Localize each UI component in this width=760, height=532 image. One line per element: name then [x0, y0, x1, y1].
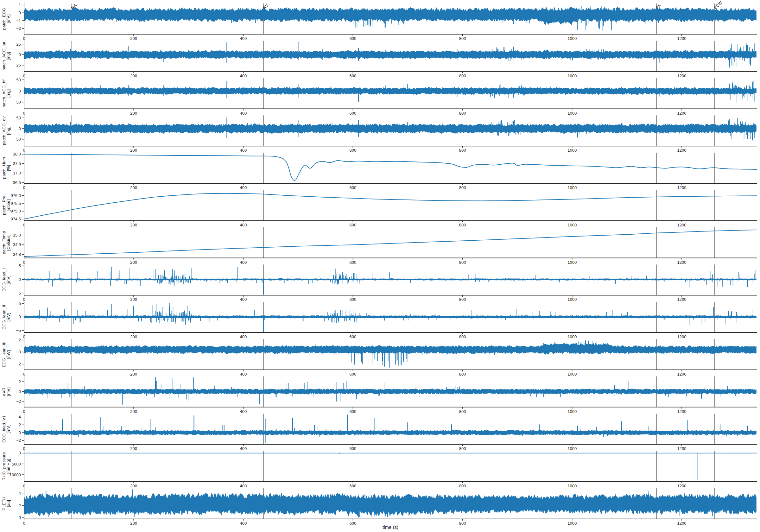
x-tick-label: 1200 — [677, 260, 686, 265]
signal-unit: [mg] — [6, 89, 11, 98]
x-tick-label: 600 — [350, 409, 356, 414]
y-tick-label: 0 — [19, 277, 21, 282]
x-tick-label: 600 — [350, 148, 356, 153]
x-tick-label: 600 — [350, 446, 356, 451]
subplot-patch_Pre: 976.0975.5975.0974.502004006008001000120… — [2, 189, 757, 227]
x-tick-label: 600 — [350, 73, 356, 78]
y-axis-title-ECG_lead_II: ECG_lead_II[mV] — [2, 305, 11, 329]
y-tick-label: −2 — [16, 438, 21, 443]
y-tick-label: 4 — [19, 491, 21, 496]
x-tick-label: 800 — [459, 185, 466, 190]
plot-canvas: 10−1−2020040060080010001200patch_ECG[mV]… — [0, 0, 760, 532]
signal-name: patch_ACC_hf — [2, 79, 6, 107]
signal-unit: [mbar] — [6, 199, 11, 211]
x-tick-label: 1200 — [677, 446, 686, 451]
y-tick-label: −50 — [14, 100, 21, 105]
x-tick-label: 800 — [459, 73, 466, 78]
subplot-RHC_pressure: 0−5000−10000020040060080010001200RHC_pre… — [2, 450, 757, 488]
x-tick-label: 600 — [350, 36, 356, 41]
x-tick-label: 200 — [130, 185, 137, 190]
y-tick-label: 36.5 — [13, 180, 21, 185]
y-tick-label: 37.5 — [13, 161, 21, 166]
x-tick-label: 1000 — [567, 111, 577, 116]
x-tick-label: 1200 — [677, 372, 686, 376]
signal-name: patch_Pre — [2, 196, 6, 215]
y-axis-title-patch_ACC_hf: patch_ACC_hf[mg] — [2, 79, 11, 107]
x-tick-label: 600 — [350, 334, 356, 339]
signal-unit: [%] — [6, 165, 11, 171]
y-tick-label: 50 — [17, 116, 21, 120]
y-tick-label: 975.5 — [11, 201, 21, 206]
x-tick-label: 400 — [240, 111, 247, 116]
x-tick-label: 800 — [459, 222, 466, 227]
subplot-ECG_lead_II: 50−5020040060080010001200ECG_lead_II[mV] — [2, 301, 757, 339]
x-tick-label: 200 — [130, 409, 137, 414]
x-tick-label: 200 — [130, 222, 137, 227]
signal-band-aVR — [24, 389, 756, 395]
x-tick-label: 1000 — [567, 73, 577, 78]
physiological-signals-figure: 10−1−2020040060080010001200patch_ECG[mV]… — [0, 0, 760, 532]
signal-line-patch_Temp — [24, 230, 757, 257]
x-tick-label: 800 — [459, 484, 466, 488]
x-tick-label: 600 — [350, 297, 356, 302]
x-tick-label: 400 — [240, 222, 247, 227]
signal-unit: [mg] — [6, 127, 11, 135]
x-axis-title: time (s) — [24, 524, 757, 530]
signal-unit: [mV] — [6, 15, 11, 24]
signal-events-ECG_lead_V1 — [62, 414, 747, 443]
x-tick-label: 1000 — [567, 297, 577, 302]
x-tick-label: 1200 — [677, 36, 686, 41]
x-tick-label: 1200 — [677, 185, 686, 190]
x-tick-label: 400 — [240, 334, 247, 339]
x-tick-label: 800 — [459, 148, 466, 153]
x-tick-label: 600 — [350, 260, 356, 265]
signal-band-patch_ACC_hf — [24, 87, 756, 95]
y-tick-label: −1 — [16, 18, 21, 23]
y-axis-title-ECG_lead_V1: ECG_lead_V1[mV] — [2, 415, 11, 443]
x-tick-label: 200 — [130, 372, 137, 376]
y-tick-label: 38.0 — [13, 152, 21, 157]
x-tick-label: 1000 — [567, 372, 577, 376]
y-axis-title-patch_ACC_lat: patch_ACC_lat[mg] — [2, 42, 11, 71]
signal-unit: [mV] — [6, 425, 11, 434]
signal-line-patch_Hum — [24, 154, 757, 180]
signal-name: ECG_lead_V1 — [2, 415, 6, 443]
y-tick-label: 0 — [19, 350, 21, 354]
signal-name: patch_ACC_lat — [2, 42, 6, 71]
x-tick-label: 800 — [459, 111, 466, 116]
y-tick-label: 34.9 — [13, 242, 21, 247]
subplot-patch_ACC_dv: 500−50020040060080010001200patch_ACC_dv[… — [2, 114, 757, 153]
signal-band-ECG_lead_III — [24, 343, 756, 355]
x-tick-label: 800 — [459, 36, 466, 41]
y-tick-label: 0 — [19, 52, 21, 57]
x-tick-label: 800 — [459, 260, 466, 265]
x-tick-label: 1000 — [567, 409, 577, 414]
x-tick-label: 200 — [130, 73, 137, 78]
y-tick-label: −5 — [16, 328, 21, 333]
x-tick-label: 1000 — [567, 148, 577, 153]
signal-name: ECG_lead_II — [2, 305, 6, 329]
y-axis-title-patch_Temp: patch_Temp[Celsius] — [2, 231, 11, 254]
y-axis-title-patch_ACC_dv: patch_ACC_dv[mg] — [2, 116, 11, 145]
x-tick-label: 1200 — [677, 334, 686, 339]
x-tick-label: 400 — [240, 260, 247, 265]
x-tick-label: 600 — [350, 185, 356, 190]
y-tick-label: 0 — [19, 314, 21, 319]
signal-unit: [mg] — [6, 52, 11, 60]
y-tick-label: −25 — [14, 63, 21, 68]
x-tick-label: 200 — [130, 36, 137, 41]
x-tick-label: 1200 — [677, 111, 686, 116]
x-tick-label: 600 — [350, 484, 356, 488]
signal-name: aVR — [2, 388, 6, 396]
y-tick-label: −5000 — [9, 462, 21, 466]
y-tick-label: 2 — [19, 338, 21, 342]
x-tick-label: 600 — [350, 372, 356, 376]
y-tick-label: 2 — [19, 379, 21, 384]
signal-unit: [mV] — [6, 350, 11, 359]
y-tick-label: −2 — [16, 399, 21, 404]
x-tick-label: 800 — [459, 297, 466, 302]
x-tick-label: 400 — [240, 446, 247, 451]
signal-band-patch_ECG — [24, 6, 756, 25]
x-tick-label: 1000 — [567, 484, 577, 488]
x-tick-label: 400 — [240, 372, 247, 376]
